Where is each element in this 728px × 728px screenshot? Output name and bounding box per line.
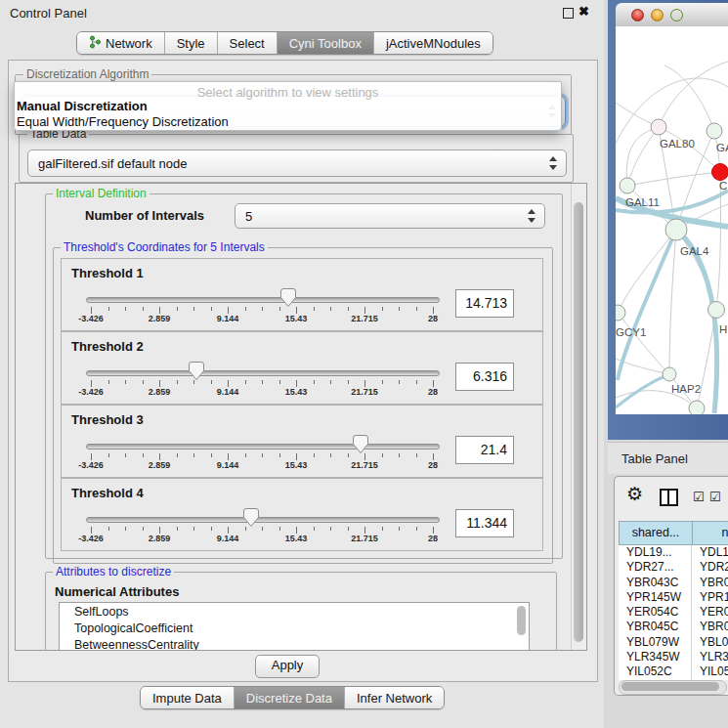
popup-item-equal-width-frequency-discretization[interactable]: Equal Width/Frequency Discretization xyxy=(17,114,229,129)
network-node[interactable] xyxy=(689,401,705,414)
network-edge[interactable] xyxy=(664,65,714,131)
column-header-shared[interactable]: shared... xyxy=(619,521,692,545)
checkbox-icon[interactable]: ☑ xyxy=(693,490,705,504)
tab-impute-data[interactable]: Impute Data xyxy=(141,687,235,708)
panel-title: Control Panel xyxy=(10,6,87,21)
network-node[interactable] xyxy=(707,123,722,139)
network-window-titlebar[interactable] xyxy=(616,3,728,27)
tick-mark xyxy=(330,453,331,457)
tab-select[interactable]: Select xyxy=(218,32,278,54)
combo-arrows-icon xyxy=(528,209,536,223)
axis-tick-label: 28 xyxy=(408,534,457,543)
table-row[interactable]: YBR043CYBR043C xyxy=(619,576,728,590)
column-header-na[interactable]: na xyxy=(692,521,728,545)
threshold-4-slider-track[interactable] xyxy=(86,517,440,523)
network-edge[interactable] xyxy=(627,127,659,186)
network-edge[interactable] xyxy=(618,230,676,380)
popup-item-manual-discretization[interactable]: Manual Discretization xyxy=(17,99,148,113)
table-row[interactable]: YDR27...YDR27 xyxy=(619,560,728,575)
table-row[interactable]: YBL079WYBL079W xyxy=(619,635,728,650)
tick-mark xyxy=(211,527,212,531)
table-row[interactable]: YIL052CYIL052C xyxy=(619,664,728,679)
control-panel-titlebar: Control Panel ✖ xyxy=(0,0,604,25)
scrollpane-scrollbar-track[interactable] xyxy=(571,184,586,650)
tick-mark xyxy=(279,380,280,384)
threshold-4-slider-thumb[interactable] xyxy=(243,508,259,527)
list-scrollbar-thumb[interactable] xyxy=(517,606,526,635)
network-edge[interactable] xyxy=(626,127,659,186)
axis-tick-label: -3.426 xyxy=(66,460,115,470)
network-node[interactable] xyxy=(616,305,625,321)
network-edge[interactable] xyxy=(659,62,728,127)
close-traffic-light[interactable] xyxy=(631,9,644,21)
float-panel-icon[interactable] xyxy=(563,8,574,19)
threshold-2-value-field[interactable]: 6.316 xyxy=(455,363,514,391)
checkbox-icon[interactable]: ☑ xyxy=(709,490,721,504)
threshold-4-value-field[interactable]: 11.344 xyxy=(455,509,514,537)
tab-cyni-toolbox[interactable]: Cyni Toolbox xyxy=(278,32,374,54)
axis-tick-label: 28 xyxy=(408,314,457,323)
network-node[interactable] xyxy=(651,119,666,135)
network-node[interactable] xyxy=(665,219,687,240)
network-node[interactable] xyxy=(708,302,725,319)
split-column-icon[interactable] xyxy=(660,489,678,506)
tab-discretize-data[interactable]: Discretize Data xyxy=(235,687,345,708)
network-node[interactable] xyxy=(712,164,728,181)
network-edge[interactable] xyxy=(627,172,720,186)
num-intervals-combobox[interactable]: 5 xyxy=(235,203,545,229)
list-item-topologicalcoefficient[interactable]: TopologicalCoefficient xyxy=(60,620,529,636)
table-cell: YLR345W xyxy=(619,650,692,664)
table-row[interactable]: YDL19...YDL19 xyxy=(619,545,728,560)
network-node[interactable] xyxy=(663,367,676,381)
tick-mark xyxy=(364,453,365,460)
threshold-3-slider-thumb[interactable] xyxy=(353,435,368,453)
network-node[interactable] xyxy=(620,178,635,193)
tick-mark xyxy=(433,453,434,460)
network-icon xyxy=(89,35,101,52)
list-item-selfloops[interactable]: SelfLoops xyxy=(60,603,529,620)
tab-network[interactable]: Network xyxy=(77,32,165,54)
threshold-2-slider-track[interactable] xyxy=(86,370,440,376)
tick-mark xyxy=(108,307,109,311)
threshold-3-value-field[interactable]: 21.4 xyxy=(455,436,514,464)
table-row[interactable]: YPR145WYPR145W xyxy=(619,590,728,605)
network-edge[interactable] xyxy=(669,230,676,374)
tab-style[interactable]: Style xyxy=(165,32,218,54)
network-edge[interactable] xyxy=(716,172,721,310)
threshold-2-slider-thumb[interactable] xyxy=(189,362,204,380)
numerical-attributes-list[interactable]: SelfLoopsTopologicalCoefficientBetweenne… xyxy=(59,602,530,651)
minimize-traffic-light[interactable] xyxy=(651,9,664,21)
threshold-1-slider-track[interactable] xyxy=(86,297,440,303)
tab-label: Infer Network xyxy=(357,691,432,706)
threshold-1-value-field[interactable]: 14.713 xyxy=(455,289,514,318)
tick-mark xyxy=(91,380,92,387)
scrollpane-scrollbar-thumb[interactable] xyxy=(574,202,583,642)
axis-tick-label: 21.715 xyxy=(340,314,389,323)
zoom-traffic-light[interactable] xyxy=(670,9,683,21)
network-node-label: GAL11 xyxy=(625,196,660,208)
threshold-3-slider-track[interactable] xyxy=(86,444,440,450)
table-row[interactable]: YLR345WYLR345W xyxy=(619,650,728,664)
tick-mark xyxy=(296,380,297,387)
table-cell: YLR345W xyxy=(692,650,728,664)
tab-infer-network[interactable]: Infer Network xyxy=(345,687,444,708)
tick-mark xyxy=(159,380,160,387)
apply-button[interactable]: Apply xyxy=(255,655,320,678)
tick-mark xyxy=(382,527,383,531)
table-hscrollbar-track[interactable] xyxy=(619,680,727,695)
list-item-betweennesscentrality[interactable]: BetweennessCentrality xyxy=(60,636,529,651)
gear-icon[interactable]: ⚙ xyxy=(626,483,643,505)
table-hscrollbar-thumb[interactable] xyxy=(621,682,719,691)
network-canvas[interactable]: GAL80GACGAL11GAL4GCY1HHAP2 xyxy=(616,26,728,414)
close-icon[interactable]: ✖ xyxy=(578,4,589,19)
network-edge[interactable] xyxy=(618,313,669,374)
axis-tick-label: 2.859 xyxy=(135,314,184,323)
threshold-1-slider-thumb[interactable] xyxy=(280,288,296,307)
table-row[interactable]: YER054CYER054C xyxy=(619,605,728,620)
tick-mark xyxy=(296,527,297,534)
table-row[interactable]: YBR045CYBR045C xyxy=(619,620,728,634)
axis-tick-label: 15.43 xyxy=(272,314,321,323)
tab-jactivemnodules[interactable]: jActiveMNodules xyxy=(374,32,492,54)
axis-tick-label: 28 xyxy=(408,460,457,470)
table-data-combobox[interactable]: galFiltered.sif default node xyxy=(27,150,567,177)
